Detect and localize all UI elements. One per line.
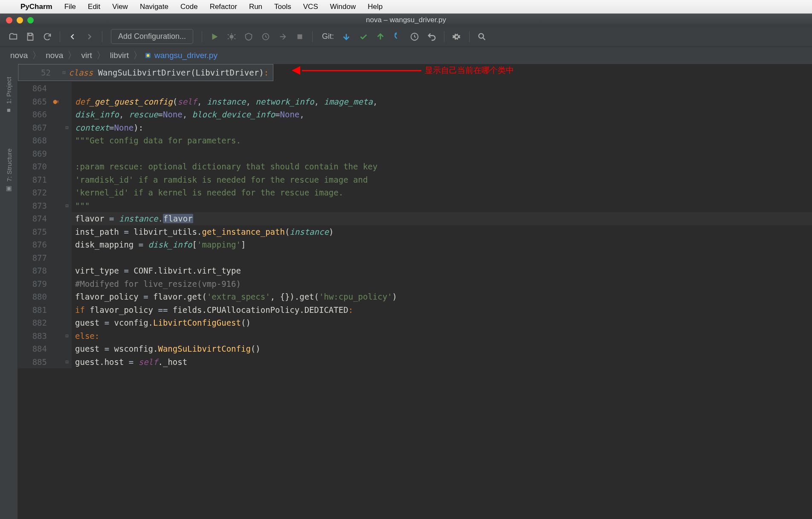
fold-toggle-icon xyxy=(62,303,72,317)
minimize-window-button[interactable] xyxy=(17,17,23,23)
code-line[interactable]: 879 #Modifyed for live_resize(vmp-916) xyxy=(18,277,812,291)
app-name[interactable]: PyCharm xyxy=(20,3,52,11)
code-text[interactable] xyxy=(72,147,812,160)
menu-run[interactable]: Run xyxy=(249,3,262,11)
project-tool-tab[interactable]: ■1: Project xyxy=(5,77,12,114)
fold-toggle-icon[interactable]: ⊟ xyxy=(62,356,72,369)
code-text[interactable]: """Get config data for parameters. xyxy=(72,134,812,147)
code-line[interactable]: 873⊟ """ xyxy=(18,199,812,213)
breadcrumb-item[interactable]: nova xyxy=(8,51,30,60)
code-text[interactable]: guest = vconfig.LibvirtConfigGuest() xyxy=(72,316,812,329)
code-line[interactable]: 864 xyxy=(18,82,812,95)
menu-vcs[interactable]: VCS xyxy=(303,3,318,11)
menu-help[interactable]: Help xyxy=(368,3,383,11)
breadcrumb-item[interactable]: nova xyxy=(43,51,66,60)
code-text[interactable]: inst_path = libvirt_utils.get_instance_p… xyxy=(72,225,812,239)
run-config-combo[interactable]: Add Configuration... xyxy=(111,29,193,44)
code-line[interactable]: 877 xyxy=(18,251,812,265)
code-line[interactable]: 865●↑ def _get_guest_config(self, instan… xyxy=(18,95,812,108)
code-line[interactable]: 881 if flavor_policy == fields.CPUAlloca… xyxy=(18,303,812,317)
zoom-window-button[interactable] xyxy=(27,17,34,23)
structure-tool-tab[interactable]: ▣7: Structure xyxy=(5,149,13,193)
code-text[interactable] xyxy=(72,82,812,95)
line-number: 884 xyxy=(18,342,50,356)
code-line[interactable]: 884 guest = wsconfig.WangSuLibvirtConfig… xyxy=(18,342,812,356)
code-text[interactable]: disk_mapping = disk_info['mapping'] xyxy=(72,238,812,251)
back-icon[interactable] xyxy=(65,29,80,44)
code-line[interactable]: 883⊟ else: xyxy=(18,329,812,343)
code-text[interactable]: def _get_guest_config(self, instance, ne… xyxy=(72,95,812,108)
menu-window[interactable]: Window xyxy=(330,3,356,11)
code-text[interactable]: guest.host = self._host xyxy=(72,356,812,369)
git-branches-icon[interactable] xyxy=(390,29,405,44)
line-number: 865 xyxy=(18,95,50,108)
settings-icon[interactable] xyxy=(450,29,464,44)
code-line[interactable]: 868 """Get config data for parameters. xyxy=(18,134,812,147)
fold-toggle-icon[interactable]: ⊟ xyxy=(62,199,72,213)
code-line[interactable]: 870 :param rescue: optional dictionary t… xyxy=(18,160,812,173)
code-text[interactable]: virt_type = CONF.libvirt.virt_type xyxy=(72,264,812,277)
code-line[interactable]: 876 disk_mapping = disk_info['mapping'] xyxy=(18,238,812,251)
menu-tools[interactable]: Tools xyxy=(274,3,291,11)
profile-icon[interactable] xyxy=(258,29,273,44)
breadcrumb-file[interactable]: wangsu_driver.py xyxy=(144,51,218,60)
menu-file[interactable]: File xyxy=(64,3,76,11)
code-text[interactable]: if flavor_policy == fields.CPUAllocation… xyxy=(72,303,812,317)
code-text[interactable]: """ xyxy=(72,199,812,213)
editor[interactable]: 52 ⊟ class WangSuLibvirtDriver(LibvirtDr… xyxy=(18,64,812,519)
concurrency-icon[interactable] xyxy=(276,29,290,44)
code-text[interactable] xyxy=(72,251,812,265)
git-update-icon[interactable] xyxy=(339,29,354,44)
code-text[interactable]: disk_info, rescue=None, block_device_inf… xyxy=(72,108,812,121)
code-line[interactable]: 866 disk_info, rescue=None, block_device… xyxy=(18,108,812,121)
run-icon[interactable] xyxy=(207,29,222,44)
fold-toggle-icon xyxy=(62,134,72,147)
coverage-icon[interactable] xyxy=(241,29,256,44)
refresh-icon[interactable] xyxy=(40,29,55,44)
code-line[interactable]: 882 guest = vconfig.LibvirtConfigGuest() xyxy=(18,316,812,329)
gutter-marker[interactable]: ●↑ xyxy=(50,95,62,108)
close-window-button[interactable] xyxy=(6,17,12,23)
breadcrumb-item[interactable]: virt xyxy=(78,51,94,60)
fold-toggle-icon[interactable]: ⊟ xyxy=(62,329,72,343)
forward-icon[interactable] xyxy=(82,29,97,44)
code-text[interactable]: context=None): xyxy=(72,121,812,134)
code-line[interactable]: 885⊟ guest.host = self._host xyxy=(18,356,812,369)
code-text[interactable]: 'kernel_id' if a kernel is needed for th… xyxy=(72,186,812,199)
debug-icon[interactable] xyxy=(224,29,239,44)
code-line[interactable]: 880 flavor_policy = flavor.get('extra_sp… xyxy=(18,290,812,303)
code-text[interactable]: flavor = instance.flavor xyxy=(72,212,812,225)
code-text[interactable]: :param rescue: optional dictionary that … xyxy=(72,160,812,173)
git-rollback-icon[interactable] xyxy=(424,29,439,44)
mac-menubar: PyCharm File Edit View Navigate Code Ref… xyxy=(0,0,812,14)
code-text[interactable]: 'ramdisk_id' if a ramdisk is needed for … xyxy=(72,173,812,187)
code-text[interactable]: flavor_policy = flavor.get('extra_specs'… xyxy=(72,290,812,303)
breadcrumb-item[interactable]: libvirt xyxy=(107,51,131,60)
fold-toggle-icon[interactable]: ⊟ xyxy=(59,64,69,81)
git-push-icon[interactable] xyxy=(373,29,388,44)
menu-navigate[interactable]: Navigate xyxy=(140,3,168,11)
menu-edit[interactable]: Edit xyxy=(88,3,100,11)
save-all-icon[interactable] xyxy=(23,29,38,44)
code-text[interactable]: #Modifyed for live_resize(vmp-916) xyxy=(72,277,812,291)
search-icon[interactable] xyxy=(475,29,489,44)
code-line[interactable]: 875 inst_path = libvirt_utils.get_instan… xyxy=(18,225,812,239)
code-line[interactable]: 878 virt_type = CONF.libvirt.virt_type xyxy=(18,264,812,277)
menu-view[interactable]: View xyxy=(112,3,128,11)
code-line[interactable]: 869 xyxy=(18,147,812,160)
code-line[interactable]: 867⊟ context=None): xyxy=(18,121,812,134)
open-icon[interactable] xyxy=(6,29,20,44)
editor-context-hint[interactable]: 52 ⊟ class WangSuLibvirtDriver(LibvirtDr… xyxy=(18,64,273,81)
code-text[interactable]: guest = wsconfig.WangSuLibvirtConfig() xyxy=(72,342,812,356)
code-line[interactable]: 871 'ramdisk_id' if a ramdisk is needed … xyxy=(18,173,812,187)
menu-code[interactable]: Code xyxy=(180,3,198,11)
stop-icon[interactable] xyxy=(293,29,307,44)
git-commit-icon[interactable] xyxy=(356,29,371,44)
fold-toggle-icon[interactable]: ⊟ xyxy=(62,121,72,134)
git-history-icon[interactable] xyxy=(407,29,422,44)
code-line[interactable]: 874 flavor = instance.flavor xyxy=(18,212,812,225)
code-line[interactable]: 872 'kernel_id' if a kernel is needed fo… xyxy=(18,186,812,199)
code-text[interactable]: else: xyxy=(72,329,812,343)
chevron-right-icon: 〉 xyxy=(133,49,142,62)
menu-refactor[interactable]: Refactor xyxy=(210,3,237,11)
